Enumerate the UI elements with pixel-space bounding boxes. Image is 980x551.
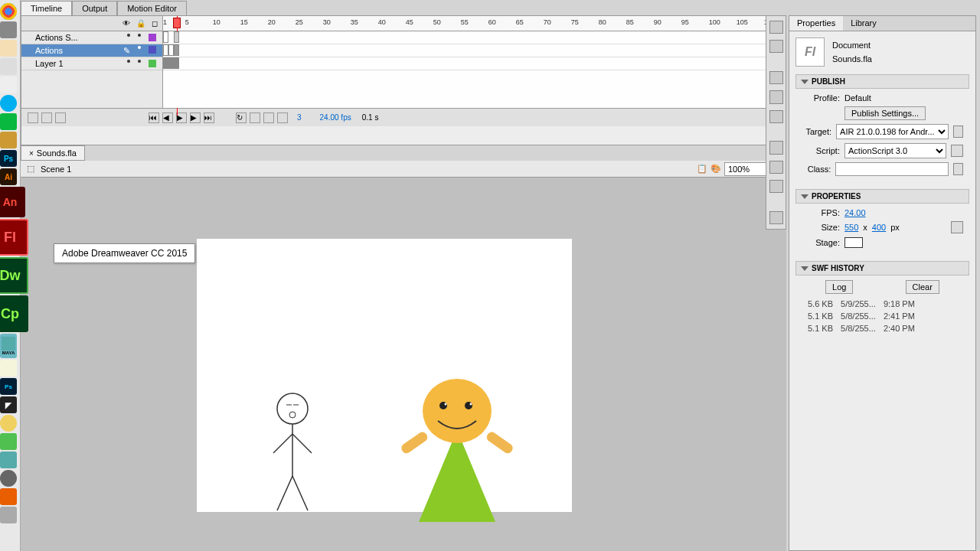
unity-icon[interactable]: ◤ [0, 396, 17, 413]
app-icon[interactable] [0, 415, 17, 432]
wrench-icon[interactable] [953, 126, 963, 138]
workspace: Timeline Output Motion Editor 👁 🔒 ◻ 1510… [21, 0, 786, 551]
width-value[interactable]: 550 [844, 223, 858, 232]
loop-button[interactable]: ↻ [236, 112, 247, 123]
document-tab-bar: × Sounds.fla [21, 145, 786, 161]
photoshop-icon[interactable]: Ps [0, 150, 17, 167]
panel-icon[interactable] [769, 211, 783, 224]
app-icon[interactable] [0, 433, 17, 450]
app-icon[interactable] [0, 507, 17, 523]
svg-point-0 [277, 393, 308, 424]
document-tab[interactable]: × Sounds.fla [21, 145, 85, 161]
panel-icon[interactable] [769, 110, 783, 123]
svg-point-12 [423, 379, 492, 443]
tab-library[interactable]: Library [843, 16, 884, 31]
maya-icon[interactable]: MAYA [0, 334, 17, 358]
flash-icon[interactable]: Fl [0, 219, 28, 256]
next-frame-button[interactable]: ▶ [190, 112, 201, 123]
outline-icon[interactable]: ◻ [152, 19, 158, 28]
new-folder-button[interactable] [41, 112, 52, 123]
publish-section-header[interactable]: PUBLISH [795, 74, 969, 89]
pencil-icon[interactable] [953, 163, 963, 175]
publish-settings-button[interactable]: Publish Settings... [844, 106, 926, 120]
app-icon[interactable] [0, 21, 17, 38]
panel-icon[interactable] [769, 40, 783, 53]
scene-name[interactable]: Scene 1 [41, 165, 71, 174]
app-icon[interactable] [0, 452, 17, 468]
stage[interactable] [197, 239, 572, 512]
svg-line-5 [273, 434, 292, 453]
height-value[interactable]: 400 [872, 223, 886, 232]
first-frame-button[interactable]: ⏮ [149, 112, 159, 123]
dreamweaver-icon[interactable]: Dw [0, 257, 28, 294]
panel-icon[interactable] [769, 161, 783, 174]
new-layer-button[interactable] [28, 112, 38, 123]
tab-output[interactable]: Output [72, 1, 117, 15]
tab-timeline[interactable]: Timeline [21, 1, 72, 15]
prev-frame-button[interactable]: ◀ [162, 112, 173, 123]
zoom-input[interactable] [724, 162, 770, 176]
layer-actions-s[interactable]: Actions S... [21, 31, 162, 44]
panel-icon[interactable] [769, 180, 783, 193]
current-frame: 3 [297, 113, 302, 122]
script-select[interactable]: ActionScript 3.0 [844, 143, 946, 158]
stage-area[interactable] [21, 178, 786, 551]
swf-history-header[interactable]: SWF HISTORY [795, 261, 969, 276]
stage-color-swatch[interactable] [844, 237, 863, 248]
chrome-icon[interactable] [0, 3, 17, 20]
captivate-icon[interactable]: Cp [0, 295, 28, 332]
app-icon[interactable] [0, 470, 17, 487]
delete-button[interactable] [55, 112, 66, 123]
target-select[interactable]: AIR 21.0.0.198 for Andr... [836, 124, 949, 139]
vlc-icon[interactable] [0, 488, 17, 505]
properties-section-header[interactable]: PROPERTIES [795, 189, 969, 204]
onion-button[interactable] [263, 112, 274, 123]
notepad-icon[interactable] [0, 360, 17, 377]
wrench-icon[interactable] [951, 221, 963, 233]
animate-icon[interactable]: An [0, 187, 25, 217]
photoshop-icon[interactable]: Ps [0, 378, 17, 395]
notes-icon[interactable] [0, 40, 17, 57]
class-input[interactable] [835, 162, 949, 176]
layer-controls-header: 👁 🔒 ◻ [21, 16, 163, 31]
fps-display: 24.00 fps [320, 113, 351, 122]
layer-actions[interactable]: Actions ✎ [21, 44, 162, 57]
last-frame-button[interactable]: ⏭ [204, 112, 214, 123]
tab-motion-editor[interactable]: Motion Editor [117, 1, 187, 15]
panel-icon[interactable] [769, 71, 783, 84]
fps-value[interactable]: 24.00 [844, 208, 866, 217]
history-row: 5.1 KB5/8/255...2:41 PM [802, 310, 963, 322]
clear-button[interactable]: Clear [906, 280, 939, 294]
layer-list: Actions S... Actions ✎ Layer 1 [21, 31, 163, 108]
wrench-icon[interactable] [951, 145, 963, 157]
play-button[interactable]: ▶ [176, 112, 187, 123]
timeline-ruler[interactable]: 1510152025303540455055606570758085909510… [163, 16, 786, 31]
onion-button[interactable] [277, 112, 288, 123]
frames-area[interactable] [163, 31, 786, 108]
scene-icon[interactable]: ⬚ [27, 164, 34, 174]
globe-icon[interactable]: 🎨 [710, 164, 721, 174]
wechat-icon[interactable] [0, 113, 17, 130]
fl-document-icon: Fl [795, 37, 825, 67]
app-icon[interactable] [0, 58, 17, 75]
close-icon[interactable]: × [29, 149, 34, 158]
app-icon[interactable] [0, 132, 17, 148]
svg-rect-10 [485, 430, 514, 455]
clipboard-icon[interactable]: 📋 [697, 164, 707, 174]
layer-1[interactable]: Layer 1 [21, 57, 162, 70]
history-row: 5.1 KB5/8/255...2:40 PM [802, 322, 963, 334]
panel-tab-bar: Timeline Output Motion Editor [21, 0, 786, 15]
onion-button[interactable] [250, 112, 260, 123]
tab-properties[interactable]: Properties [789, 16, 843, 31]
lock-icon[interactable]: 🔒 [136, 19, 145, 28]
skype-icon[interactable] [0, 95, 17, 112]
app-icon[interactable] [0, 77, 17, 93]
illustrator-icon[interactable]: Ai [0, 168, 17, 185]
character-drawing [396, 377, 518, 522]
log-button[interactable]: Log [825, 280, 853, 294]
svg-marker-11 [419, 430, 495, 522]
panel-icon[interactable] [769, 141, 783, 154]
panel-icon[interactable] [769, 90, 783, 103]
eye-icon[interactable]: 👁 [122, 19, 130, 28]
panel-icon[interactable] [769, 21, 783, 34]
